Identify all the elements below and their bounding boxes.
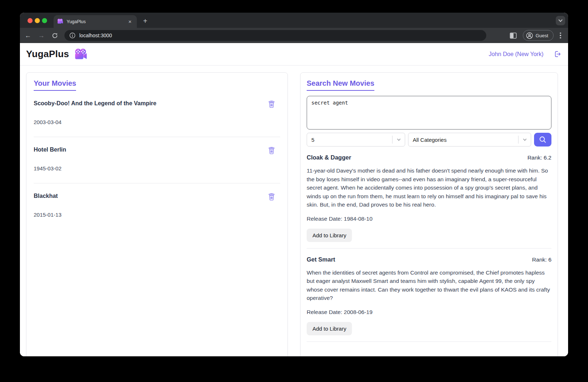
search-button[interactable] [534, 133, 551, 147]
chevron-down-icon [558, 18, 562, 22]
delete-movie-button[interactable] [268, 100, 275, 108]
logout-button[interactable] [553, 50, 561, 58]
browser-toolbar: ← → localhost:3000 [20, 28, 568, 43]
search-result: Cloak & Dagger Rank: 6.2 11-year-old Dav… [307, 147, 551, 249]
back-button[interactable]: ← [22, 30, 33, 41]
browser-window: YugaPlus × + ← → localhost:3000 [20, 13, 568, 356]
chevron-down-icon [397, 137, 400, 141]
side-panel-button[interactable] [508, 30, 518, 41]
search-result: Get Smart Rank: 6 When the identities of… [307, 249, 551, 342]
profile-label: Guest [536, 33, 548, 38]
profile-button[interactable]: Guest [523, 30, 554, 41]
new-tab-button[interactable]: + [140, 16, 150, 26]
category-select[interactable]: All Categories [408, 133, 531, 147]
site-info-icon[interactable] [70, 33, 75, 38]
delete-movie-button[interactable] [268, 147, 275, 154]
your-movies-panel: Your Movies Scooby-Doo! And the Legend o… [26, 72, 288, 356]
library-movie-row: Hotel Berlin 1945-03-02 [34, 137, 280, 183]
library-movie-row: Blackhat 2015-01-13 [34, 183, 280, 229]
url-text: localhost:3000 [79, 33, 112, 38]
result-title: Cloak & Dagger [307, 154, 351, 161]
search-movies-title: Search New Movies [307, 79, 374, 91]
result-rank: Rank: 6 [532, 256, 551, 263]
reload-icon [52, 33, 58, 39]
app-title: YugaPlus [26, 48, 69, 60]
browser-tab[interactable]: YugaPlus × [54, 15, 137, 28]
page-content: YugaPlus John Doe (New York) [20, 43, 568, 356]
close-tab-icon[interactable]: × [127, 18, 133, 25]
result-title: Get Smart [307, 256, 335, 263]
result-description: 11-year-old Davey's mother is dead and h… [307, 166, 551, 209]
trash-icon [268, 147, 275, 154]
movie-title: Scooby-Doo! And the Legend of the Vampir… [34, 100, 156, 107]
result-limit-value: 5 [311, 137, 314, 143]
tab-strip: YugaPlus × + [20, 13, 568, 28]
minimize-window-button[interactable] [35, 18, 40, 23]
movie-release-date: 2003-03-04 [34, 119, 280, 125]
result-release-date: Release Date: 1984-08-10 [307, 216, 551, 222]
fullscreen-window-button[interactable] [42, 18, 47, 23]
forward-button[interactable]: → [36, 30, 47, 41]
library-movie-row: Scooby-Doo! And the Legend of the Vampir… [34, 91, 280, 137]
add-to-library-button[interactable]: Add to Library [307, 322, 352, 335]
app-header: YugaPlus John Doe (New York) [20, 43, 568, 65]
movie-title: Blackhat [34, 193, 58, 199]
trash-icon [268, 193, 275, 201]
result-limit-select[interactable]: 5 [307, 133, 405, 147]
logout-icon [553, 50, 561, 58]
category-value: All Categories [413, 137, 446, 143]
trash-icon [268, 100, 275, 108]
chevron-down-icon [523, 137, 526, 141]
add-to-library-button[interactable]: Add to Library [307, 229, 352, 242]
guest-avatar-icon [526, 32, 533, 39]
search-query-input[interactable]: secret agent [307, 96, 551, 130]
movie-title: Hotel Berlin [34, 147, 66, 153]
search-icon [539, 136, 547, 144]
delete-movie-button[interactable] [268, 193, 275, 201]
movie-camera-icon [74, 48, 87, 60]
tab-search-button[interactable] [556, 16, 565, 25]
result-rank: Rank: 6.2 [528, 154, 551, 161]
result-release-date: Release Date: 2008-06-19 [307, 309, 551, 315]
reload-button[interactable] [49, 30, 60, 41]
address-bar[interactable]: localhost:3000 [64, 30, 486, 41]
result-description: When the identities of secret agents fro… [307, 268, 551, 302]
side-panel-icon [510, 33, 517, 39]
your-movies-title: Your Movies [34, 79, 76, 91]
close-window-button[interactable] [28, 18, 33, 23]
logged-in-user: John Doe (New York) [489, 51, 543, 58]
movie-release-date: 1945-03-02 [34, 165, 280, 171]
tab-title: YugaPlus [67, 19, 127, 24]
movie-release-date: 2015-01-13 [34, 212, 280, 218]
browser-menu-button[interactable] [556, 30, 564, 41]
search-movies-panel: Search New Movies secret agent 5 All Cat… [300, 72, 558, 356]
movie-camera-favicon [57, 18, 63, 25]
